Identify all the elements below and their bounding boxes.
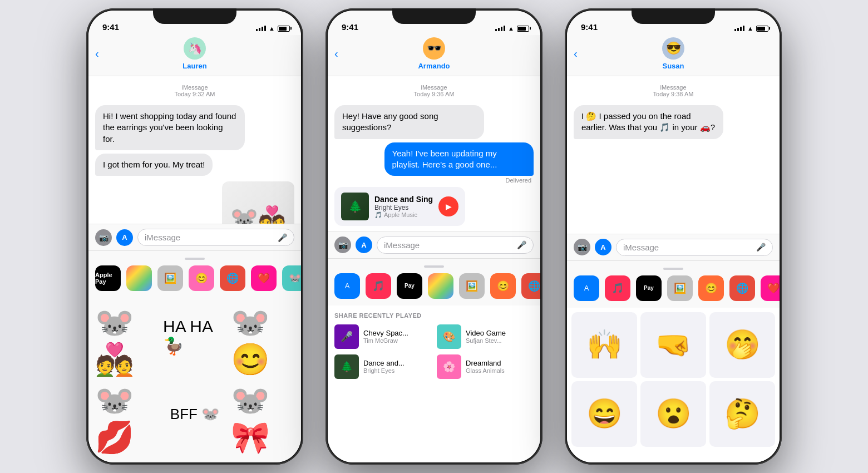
bar4 xyxy=(264,26,266,31)
rp-item[interactable]: 🌲 Dance and... Bright Eyes xyxy=(334,354,431,379)
rp-info: Chevy Spac... Tim McGraw xyxy=(363,329,408,344)
drawer-handle xyxy=(185,258,205,260)
message-bubble: I got them for you. My treat! xyxy=(95,154,213,176)
contact-name[interactable]: Susan xyxy=(662,62,684,70)
sticker-item[interactable]: HA HA 🦆 xyxy=(163,304,226,368)
contact-name[interactable]: Armando xyxy=(418,62,450,70)
battery-icon xyxy=(517,26,529,32)
back-button[interactable]: ‹ xyxy=(574,47,578,60)
camera-button[interactable]: 📷 xyxy=(95,229,112,246)
header: ‹ 🕶️ Armando xyxy=(328,35,540,76)
signal-bars-icon xyxy=(734,26,744,31)
rp-thumb: 🎨 xyxy=(437,324,461,349)
rp-artist: Tim McGraw xyxy=(363,337,408,344)
avatar: 😎 xyxy=(662,37,684,60)
apple-pay-icon[interactable]: Apple Pay xyxy=(95,265,121,291)
notch xyxy=(153,8,236,24)
photo-sticker-icon[interactable]: 🖼️ xyxy=(157,265,183,291)
sticker-item[interactable]: 🐭🎀 xyxy=(231,382,294,456)
music-card-row: 🌲 Dance and Sing Bright Eyes 🎵 Apple Mus… xyxy=(334,187,534,226)
memoji-panel: 🙌 🤜 🤭 😄 😮 🤔 xyxy=(567,308,780,463)
heart-icon[interactable]: ❤️ xyxy=(761,275,780,301)
memoji-item[interactable]: 🤭 xyxy=(709,312,775,378)
message-bubble: Hi! I went shopping today and found the … xyxy=(95,105,245,150)
music-card[interactable]: 🌲 Dance and Sing Bright Eyes 🎵 Apple Mus… xyxy=(334,187,465,226)
rp-thumb: 🌲 xyxy=(334,354,359,379)
heart-icon[interactable]: ❤️ xyxy=(251,265,277,291)
music-icon[interactable]: 🎵 xyxy=(366,273,391,299)
globe-icon[interactable]: 🌐 xyxy=(729,275,755,301)
photo-icon[interactable]: 🖼️ xyxy=(667,275,693,301)
rp-name: Dance and... xyxy=(363,359,405,367)
bar2 xyxy=(259,28,260,31)
back-button[interactable]: ‹ xyxy=(334,47,338,60)
app-drawer-icons: A 🎵 Pay 🖼️ 😊 🌐 ❤️ xyxy=(567,273,780,303)
input-bar: 📷 A iMessage 🎤 xyxy=(567,234,780,260)
apple-pay-icon[interactable]: Pay xyxy=(397,273,422,299)
message-input[interactable]: iMessage 🎤 xyxy=(137,229,294,246)
wifi-icon: ▲ xyxy=(269,25,275,32)
status-icons: ▲ xyxy=(495,25,529,32)
app-drawer: A 🎵 Pay 🖼️ 😊 🌐 ❤️ xyxy=(567,260,780,308)
memoji-item[interactable]: 😮 xyxy=(640,381,706,447)
sticker-item[interactable]: 🐭💋 xyxy=(95,382,159,456)
memoji2-icon[interactable]: 😊 xyxy=(698,275,724,301)
rainbow-icon[interactable] xyxy=(428,273,453,299)
status-icons: ▲ xyxy=(734,25,768,32)
memoji-item[interactable]: 😄 xyxy=(571,381,637,447)
rp-item[interactable]: 🎨 Video Game Sufjan Stev... xyxy=(437,324,534,349)
contact-name[interactable]: Lauren xyxy=(183,62,206,70)
rp-item[interactable]: 🌸 Dreamland Glass Animals xyxy=(437,354,534,379)
apps-button[interactable]: A xyxy=(356,237,372,253)
message-input[interactable]: iMessage 🎤 xyxy=(616,239,773,256)
memoji-item[interactable]: 🤜 xyxy=(640,312,706,378)
header: ‹ 😎 Susan xyxy=(567,35,780,76)
globe-icon[interactable]: 🌐 xyxy=(521,273,540,299)
message-row: Hey! Have any good song suggestions? xyxy=(334,105,534,139)
appstore-icon[interactable]: A xyxy=(334,273,360,299)
apps-button[interactable]: A xyxy=(116,229,133,246)
memoji-icon[interactable]: 😊 xyxy=(189,265,214,291)
back-button[interactable]: ‹ xyxy=(95,47,99,60)
message-bubble: Yeah! I've been updating my playlist. He… xyxy=(384,142,534,176)
music-icon[interactable]: 🎵 xyxy=(605,275,630,301)
drawer-handle xyxy=(424,265,444,268)
bar1 xyxy=(256,29,258,31)
rp-info: Dreamland Glass Animals xyxy=(466,359,505,374)
app-drawer-icons: Apple Pay 🖼️ 😊 🌐 ❤️ 🐭 xyxy=(88,263,301,293)
status-time: 9:41 xyxy=(578,22,598,32)
globe-icon[interactable]: 🌐 xyxy=(220,265,245,291)
sticker-area: 🐭💑 xyxy=(95,181,294,224)
status-icons: ▲ xyxy=(256,25,290,32)
status-time: 9:41 xyxy=(339,22,358,32)
app-drawer: Apple Pay 🖼️ 😊 🌐 ❤️ 🐭 xyxy=(88,250,301,298)
mic-icon: 🎤 xyxy=(278,233,287,242)
avatar: 🕶️ xyxy=(423,37,445,60)
memoji-item[interactable]: 🙌 xyxy=(571,312,637,378)
wifi-icon: ▲ xyxy=(747,25,753,32)
memoji2-icon[interactable]: 😊 xyxy=(490,273,516,299)
apple-music-icon: 🎵 xyxy=(374,211,382,219)
apple-pay-icon[interactable]: Pay xyxy=(636,275,662,301)
mickey-icon[interactable]: 🐭 xyxy=(282,265,301,291)
camera-button[interactable]: 📷 xyxy=(574,239,590,255)
sticker-item[interactable]: 🐭💑 xyxy=(95,304,159,378)
apps-button[interactable]: A xyxy=(595,239,611,255)
play-button[interactable]: ▶ xyxy=(438,196,458,216)
music-title: Dance and Sing xyxy=(374,195,433,204)
sticker-item[interactable]: 🐭😊 xyxy=(231,304,294,378)
back-chevron-icon: ‹ xyxy=(574,47,578,60)
rp-info: Video Game Sufjan Stev... xyxy=(466,329,506,344)
rp-item[interactable]: 🎤 Chevy Spac... Tim McGraw xyxy=(334,324,431,349)
message-input[interactable]: iMessage 🎤 xyxy=(377,237,534,254)
input-placeholder: iMessage xyxy=(145,233,180,242)
phone-lauren: 9:41 ▲ ‹ 🦄 Lauren xyxy=(86,8,303,465)
rainbow-icon[interactable] xyxy=(126,265,152,291)
photo-icon[interactable]: 🖼️ xyxy=(459,273,485,299)
sticker-item[interactable]: BFF 🐭 xyxy=(163,382,226,446)
input-placeholder: iMessage xyxy=(384,240,420,250)
camera-button[interactable]: 📷 xyxy=(334,237,351,253)
appstore-icon[interactable]: A xyxy=(574,275,599,301)
rp-name: Video Game xyxy=(466,329,506,337)
memoji-item[interactable]: 🤔 xyxy=(709,381,775,447)
